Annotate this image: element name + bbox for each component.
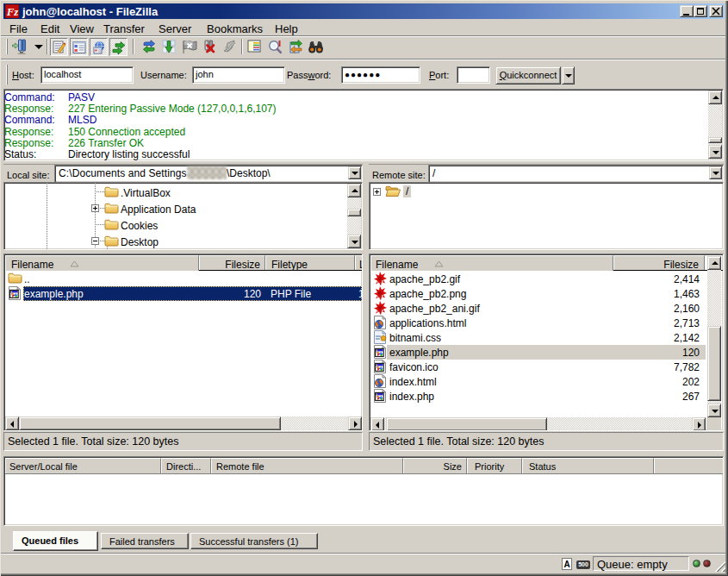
svg-text:Fz: Fz — [6, 5, 19, 18]
